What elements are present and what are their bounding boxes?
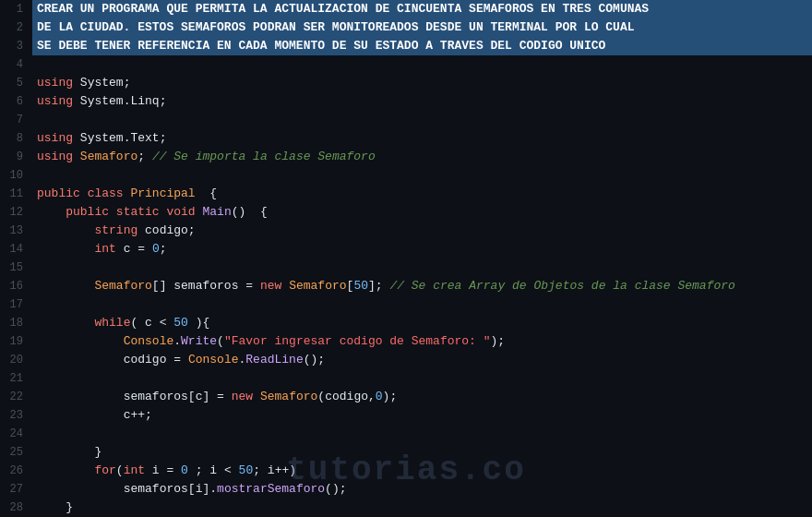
line-num-5: 5 <box>0 74 32 92</box>
line-content-3: SE DEBE TENER REFERENCIA EN CADA MOMENTO… <box>32 37 812 55</box>
code-line-24: 24 <box>0 425 812 443</box>
line-content-10 <box>32 166 812 185</box>
line-num-23: 23 <box>0 406 32 425</box>
code-line-12: 12 public static void Main() { <box>0 203 812 222</box>
line-num-26: 26 <box>0 462 32 480</box>
code-line-5: 5 using System; <box>0 74 812 92</box>
line-content-1: CREAR UN PROGRAMA QUE PERMITA LA ACTUALI… <box>32 0 812 18</box>
line-num-21: 21 <box>0 369 32 388</box>
line-content-15 <box>32 258 812 277</box>
line-content-7 <box>32 111 812 129</box>
code-line-16: 16 Semaforo[] semaforos = new Semaforo[5… <box>0 277 812 295</box>
line-num-7: 7 <box>0 111 32 129</box>
line-num-16: 16 <box>0 277 32 295</box>
code-line-21: 21 <box>0 369 812 388</box>
code-line-1: 1 CREAR UN PROGRAMA QUE PERMITA LA ACTUA… <box>0 0 812 18</box>
line-num-9: 9 <box>0 148 32 166</box>
line-num-15: 15 <box>0 258 32 277</box>
code-line-9: 9 using Semaforo; // Se importa la clase… <box>0 148 812 166</box>
line-num-14: 14 <box>0 240 32 258</box>
line-content-23: c++; <box>32 406 812 425</box>
line-num-18: 18 <box>0 314 32 332</box>
line-content-20: codigo = Console.ReadLine(); <box>32 351 812 369</box>
line-content-13: string codigo; <box>32 222 812 240</box>
line-content-21 <box>32 369 812 388</box>
code-line-14: 14 int c = 0; <box>0 240 812 258</box>
line-content-8: using System.Text; <box>32 129 812 148</box>
line-content-17 <box>32 295 812 314</box>
code-line-7: 7 <box>0 111 812 129</box>
line-content-18: while( c < 50 ){ <box>32 314 812 332</box>
line-num-4: 4 <box>0 55 32 74</box>
line-content-28: } <box>32 499 812 517</box>
code-line-8: 8 using System.Text; <box>0 129 812 148</box>
line-num-17: 17 <box>0 295 32 314</box>
code-line-27: 27 semaforos[i].mostrarSemaforo(); <box>0 480 812 499</box>
code-line-4: 4 <box>0 55 812 74</box>
line-content-27: semaforos[i].mostrarSemaforo(); <box>32 480 812 499</box>
line-num-11: 11 <box>0 185 32 203</box>
line-content-14: int c = 0; <box>32 240 812 258</box>
line-num-1: 1 <box>0 0 32 18</box>
code-line-10: 10 <box>0 166 812 185</box>
code-line-13: 13 string codigo; <box>0 222 812 240</box>
line-num-20: 20 <box>0 351 32 369</box>
line-num-25: 25 <box>0 443 32 462</box>
line-content-16: Semaforo[] semaforos = new Semaforo[50];… <box>32 277 812 295</box>
code-line-17: 17 <box>0 295 812 314</box>
code-editor: 1 CREAR UN PROGRAMA QUE PERMITA LA ACTUA… <box>0 0 812 517</box>
code-line-25: 25 } <box>0 443 812 462</box>
line-content-22: semaforos[c] = new Semaforo(codigo,0); <box>32 388 812 406</box>
code-line-15: 15 <box>0 258 812 277</box>
code-line-3: 3 SE DEBE TENER REFERENCIA EN CADA MOMEN… <box>0 37 812 55</box>
code-line-26: 26 for(int i = 0 ; i < 50; i++) <box>0 462 812 480</box>
line-content-9: using Semaforo; // Se importa la clase S… <box>32 148 812 166</box>
line-num-6: 6 <box>0 92 32 111</box>
line-num-24: 24 <box>0 425 32 443</box>
line-num-12: 12 <box>0 203 32 222</box>
code-line-6: 6 using System.Linq; <box>0 92 812 111</box>
line-num-19: 19 <box>0 332 32 351</box>
line-num-10: 10 <box>0 166 32 185</box>
line-content-4 <box>32 55 812 74</box>
line-content-19: Console.Write("Favor ingresar codigo de … <box>32 332 812 351</box>
code-line-11: 11 public class Principal { <box>0 185 812 203</box>
code-line-28: 28 } <box>0 499 812 517</box>
line-num-13: 13 <box>0 222 32 240</box>
line-content-6: using System.Linq; <box>32 92 812 111</box>
code-line-22: 22 semaforos[c] = new Semaforo(codigo,0)… <box>0 388 812 406</box>
line-content-2: DE LA CIUDAD. ESTOS SEMAFOROS PODRAN SER… <box>32 18 812 37</box>
line-content-11: public class Principal { <box>32 185 812 203</box>
line-content-25: } <box>32 443 812 462</box>
line-num-27: 27 <box>0 480 32 499</box>
code-area: 1 CREAR UN PROGRAMA QUE PERMITA LA ACTUA… <box>0 0 812 517</box>
line-content-12: public static void Main() { <box>32 203 812 222</box>
code-line-18: 18 while( c < 50 ){ <box>0 314 812 332</box>
line-num-8: 8 <box>0 129 32 148</box>
line-num-28: 28 <box>0 499 32 517</box>
code-line-23: 23 c++; <box>0 406 812 425</box>
line-content-5: using System; <box>32 74 812 92</box>
line-content-26: for(int i = 0 ; i < 50; i++) <box>32 462 812 480</box>
code-line-2: 2 DE LA CIUDAD. ESTOS SEMAFOROS PODRAN S… <box>0 18 812 37</box>
line-num-22: 22 <box>0 388 32 406</box>
code-line-19: 19 Console.Write("Favor ingresar codigo … <box>0 332 812 351</box>
code-line-20: 20 codigo = Console.ReadLine(); <box>0 351 812 369</box>
line-num-3: 3 <box>0 37 32 55</box>
line-content-24 <box>32 425 812 443</box>
line-num-2: 2 <box>0 18 32 37</box>
